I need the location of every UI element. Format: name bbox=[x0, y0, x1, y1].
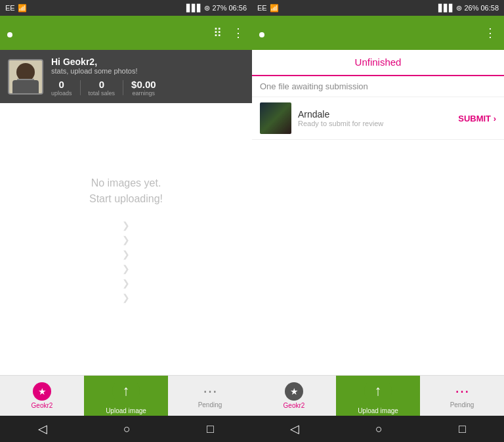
carrier-left: EE 📶 bbox=[5, 4, 27, 12]
battery-right: 26% bbox=[464, 4, 478, 12]
app-logo-right: dreamstime bbox=[260, 24, 264, 41]
earnings-value: $0.00 bbox=[131, 79, 156, 90]
carrier-right: EE 📶 bbox=[257, 4, 279, 12]
down-arrows: ❯ ❯ ❯ ❯ ❯ ❯ bbox=[122, 220, 130, 303]
nav-item-geokr2-left[interactable]: ★ Geokr2 bbox=[0, 376, 84, 416]
time-left: 06:56 bbox=[228, 4, 247, 12]
menu-icon-right[interactable]: ⋮ bbox=[484, 26, 496, 40]
file-item-arndale[interactable]: Arndale Ready to submit for review SUBMI… bbox=[252, 97, 504, 140]
right-phone: EE 📶 ▋▋▋ ⊛ 26% 06:58 dreamstime ⋮ Unfini… bbox=[252, 0, 504, 442]
uploads-value: 0 bbox=[51, 79, 72, 90]
nav-item-upload-left[interactable]: ↑ Upload image bbox=[84, 376, 168, 416]
stat-divider-1 bbox=[80, 80, 81, 95]
avatar-body bbox=[12, 80, 39, 93]
bottom-nav-right: ★ Geokr2 ↑ Upload image ⋯ Pending bbox=[252, 375, 504, 416]
status-right-left: ▋▋▋ ⊛ 27% 06:56 bbox=[186, 4, 247, 12]
main-content-left: No images yet. Start uploading! ❯ ❯ ❯ ❯ … bbox=[0, 103, 252, 375]
profile-info: Hi Geokr2, stats, upload some photos! 0 … bbox=[51, 56, 244, 97]
unfinished-label: Unfinished bbox=[355, 56, 402, 68]
time-right: 06:58 bbox=[480, 4, 499, 12]
signal-bars-right: ▋▋▋ bbox=[438, 4, 454, 12]
chevron-icon-5: ❯ bbox=[122, 278, 130, 288]
chevron-icon-2: ❯ bbox=[122, 234, 130, 245]
wifi-icon-right: ⊛ bbox=[456, 4, 462, 12]
empty-line2: Start uploading! bbox=[89, 191, 163, 207]
stat-sales: 0 total sales bbox=[89, 79, 116, 97]
nav-label-pending-left: Pending bbox=[198, 401, 222, 409]
stat-uploads: 0 uploads bbox=[51, 79, 72, 97]
file-thumbnail bbox=[260, 102, 291, 134]
left-phone: EE 📶 ▋▋▋ ⊛ 27% 06:56 dreamstime ⠿ ⋮ bbox=[0, 0, 252, 442]
battery-left: 27% bbox=[212, 4, 226, 12]
recents-button-right[interactable]: □ bbox=[459, 422, 466, 436]
upload-icon-right: ↑ bbox=[364, 377, 392, 405]
signal-bars-left: ▋▋▋ bbox=[186, 4, 202, 12]
profile-stats: 0 uploads 0 total sales $0.00 earnings bbox=[51, 79, 244, 97]
back-button-right[interactable]: ◁ bbox=[290, 422, 299, 436]
chevron-icon-6: ❯ bbox=[122, 292, 130, 303]
file-status: Ready to submit for review bbox=[298, 120, 452, 127]
star-icon-right: ★ bbox=[285, 382, 303, 401]
star-icon-left: ★ bbox=[33, 382, 51, 401]
network-icon-left: 📶 bbox=[18, 4, 27, 12]
header-icons-left: ⠿ ⋮ bbox=[213, 26, 244, 40]
app-logo-left: dreamstime bbox=[8, 24, 12, 41]
status-bar-left: EE 📶 ▋▋▋ ⊛ 27% 06:56 bbox=[0, 0, 252, 16]
awaiting-section: One file awaiting submission Arndale Rea… bbox=[252, 76, 504, 140]
status-bar-right: EE 📶 ▋▋▋ ⊛ 26% 06:58 bbox=[252, 0, 504, 16]
unfinished-tab[interactable]: Unfinished bbox=[252, 50, 504, 76]
chevron-icon-3: ❯ bbox=[122, 249, 130, 259]
chevron-icon-1: ❯ bbox=[122, 220, 130, 231]
status-right-right: ▋▋▋ ⊛ 26% 06:58 bbox=[438, 4, 499, 12]
more-icon-right: ⋯ bbox=[455, 383, 469, 400]
menu-icon-left[interactable]: ⋮ bbox=[232, 26, 244, 40]
earnings-label: earnings bbox=[131, 90, 156, 97]
nav-label-pending-right: Pending bbox=[450, 401, 474, 409]
main-content-right bbox=[252, 140, 504, 375]
app-header-right: dreamstime ⋮ bbox=[252, 16, 504, 50]
system-nav-left: ◁ ○ □ bbox=[0, 416, 252, 442]
bottom-nav-left: ★ Geokr2 ↑ Upload image ⋯ Pending bbox=[0, 375, 252, 416]
nav-label-geokr2-right: Geokr2 bbox=[284, 402, 305, 409]
nav-item-geokr2-right[interactable]: ★ Geokr2 bbox=[252, 376, 336, 416]
file-thumb-image bbox=[260, 102, 291, 134]
sales-value: 0 bbox=[89, 79, 116, 90]
nav-label-upload-right: Upload image bbox=[358, 407, 398, 414]
chevron-icon-4: ❯ bbox=[122, 263, 130, 274]
logo-text-left: dreamstime bbox=[7, 32, 12, 37]
recents-button-left[interactable]: □ bbox=[207, 422, 214, 436]
arrow-row-2: ❯ bbox=[122, 234, 130, 245]
stat-divider-2 bbox=[123, 80, 123, 95]
system-nav-right: ◁ ○ □ bbox=[252, 416, 504, 442]
nav-label-geokr2-left: Geokr2 bbox=[32, 402, 53, 409]
logo-text-right: dreamstime bbox=[259, 32, 264, 37]
arrow-row-1: ❯ bbox=[122, 220, 130, 231]
profile-subtitle: stats, upload some photos! bbox=[51, 67, 244, 75]
uploads-label: uploads bbox=[51, 90, 72, 97]
profile-greeting: Hi Geokr2, bbox=[51, 56, 244, 67]
stat-earnings: $0.00 earnings bbox=[131, 79, 156, 97]
nav-item-pending-left[interactable]: ⋯ Pending bbox=[168, 376, 252, 416]
nav-label-upload-left: Upload image bbox=[106, 407, 146, 414]
submit-button[interactable]: SUBMIT › bbox=[458, 114, 496, 123]
app-header-left: dreamstime ⠿ ⋮ bbox=[0, 16, 252, 50]
upload-icon-left: ↑ bbox=[112, 377, 140, 405]
sales-label: total sales bbox=[89, 90, 116, 97]
grid-icon-left[interactable]: ⠿ bbox=[213, 26, 222, 40]
back-button-left[interactable]: ◁ bbox=[38, 422, 47, 436]
home-button-left[interactable]: ○ bbox=[123, 422, 131, 436]
more-icon-left: ⋯ bbox=[203, 383, 217, 400]
arrow-row-3: ❯ bbox=[122, 249, 130, 259]
profile-section: Hi Geokr2, stats, upload some photos! 0 … bbox=[0, 50, 252, 103]
home-button-right[interactable]: ○ bbox=[375, 422, 383, 436]
file-name: Arndale bbox=[298, 109, 452, 120]
empty-line1: No images yet. bbox=[89, 175, 163, 191]
awaiting-header: One file awaiting submission bbox=[252, 76, 504, 97]
avatar bbox=[8, 59, 43, 95]
nav-item-upload-right[interactable]: ↑ Upload image bbox=[336, 376, 420, 416]
avatar-image bbox=[9, 60, 42, 93]
file-info: Arndale Ready to submit for review bbox=[298, 109, 452, 127]
arrow-row-4: ❯ bbox=[122, 263, 130, 274]
network-icon-right: 📶 bbox=[270, 4, 279, 12]
nav-item-pending-right[interactable]: ⋯ Pending bbox=[420, 376, 504, 416]
